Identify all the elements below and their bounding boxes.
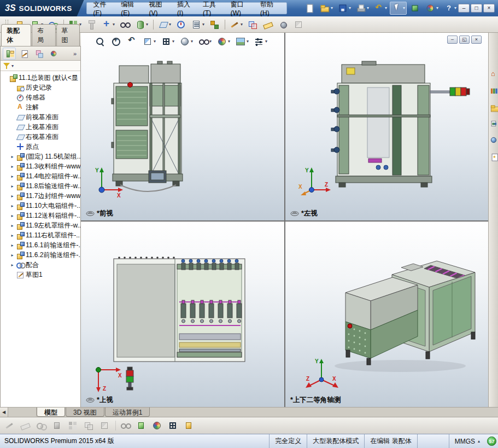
display-style-button[interactable]: [178, 35, 195, 48]
tree-item-rear-conveyor-assembly[interactable]: ▸ 11.8后输送组件-w...: [1, 181, 80, 191]
tree-item-main-ebox-assembly[interactable]: ▸ 11.10大电箱组件-...: [1, 201, 80, 211]
tree-item-origin[interactable]: 原点: [1, 142, 80, 152]
tree-expander[interactable]: ▸: [10, 174, 15, 179]
convert-entities-button[interactable]: [50, 419, 64, 432]
save-button[interactable]: [336, 2, 353, 15]
instant3d-button[interactable]: [181, 419, 196, 432]
units-selector[interactable]: MMGS ▴: [449, 434, 485, 448]
view-palette-tab[interactable]: [488, 118, 498, 129]
exploded-view-button[interactable]: [207, 18, 221, 31]
tree-item-front-conveyor2-assembly[interactable]: ▸ 11.6.2前输送组件-...: [1, 250, 80, 260]
bill-of-materials-button[interactable]: [189, 18, 206, 31]
minimize-button[interactable]: –: [458, 4, 470, 13]
tab-scroll-left-button[interactable]: ◀: [0, 408, 8, 417]
section-properties-button[interactable]: [291, 18, 306, 31]
tree-item-sensors[interactable]: 传感器: [1, 92, 80, 102]
options-button[interactable]: [423, 2, 440, 15]
display-relations-button[interactable]: [118, 419, 132, 432]
measure-button[interactable]: [261, 18, 275, 31]
tree-expander[interactable]: ▸: [10, 253, 15, 258]
viewport-front[interactable]: Y X *前视: [81, 33, 284, 220]
viewport-splitter-horizontal[interactable]: [81, 220, 488, 222]
smart-fasteners-button[interactable]: [84, 18, 98, 31]
viewport-splitter-vertical[interactable]: [284, 33, 285, 407]
previous-view-button[interactable]: [125, 35, 139, 48]
tree-item-front-conveyor1-assembly[interactable]: ▸ 11.6.1前输送组件-...: [1, 240, 80, 250]
model-tab[interactable]: 运动算例1: [105, 408, 150, 417]
tree-expander[interactable]: ▸: [10, 233, 15, 238]
zoom-fit-button[interactable]: [93, 35, 107, 48]
tree-item-mates[interactable]: ▸ 配合: [1, 260, 80, 270]
tree-expander[interactable]: ▸: [10, 184, 15, 189]
appearances-scenes-tab[interactable]: [488, 135, 498, 146]
commandmanager-tab[interactable]: 布局: [32, 24, 55, 46]
tree-expander[interactable]: ▸: [10, 263, 15, 267]
tree-item-annotations[interactable]: 注解: [1, 102, 80, 112]
edit-appearance-button[interactable]: [215, 35, 232, 48]
file-explorer-tab[interactable]: [488, 102, 498, 113]
move-component-button[interactable]: [99, 18, 116, 31]
edit-appearance-bottom-button[interactable]: [150, 419, 164, 432]
configurationmanager-tab[interactable]: [32, 48, 45, 60]
show-hidden-components-button[interactable]: [118, 18, 132, 31]
open-document-button[interactable]: [318, 2, 335, 15]
menu-item[interactable]: 编辑(E): [116, 0, 144, 18]
tree-item-front-plane[interactable]: 前视基准面: [1, 112, 80, 122]
viewport-top[interactable]: X Z *上视: [81, 222, 284, 407]
interference-detection-button[interactable]: [245, 18, 260, 31]
tree-item-top-plane[interactable]: 上视基准面: [1, 122, 80, 132]
model-tab[interactable]: 模型: [37, 408, 65, 417]
tree-expander[interactable]: ▸: [10, 223, 15, 228]
tree-item-sketch1[interactable]: 草图1: [1, 270, 80, 280]
featuremanager-tree-tab[interactable]: [3, 48, 16, 60]
panel-overflow-chevron[interactable]: »: [72, 50, 78, 57]
offset-entities-button[interactable]: [66, 419, 80, 432]
isolate-button[interactable]: [134, 419, 148, 432]
mass-properties-button[interactable]: [276, 18, 290, 31]
tree-item-right-cover-assembly[interactable]: ▸ 11.11右机罩组件-...: [1, 230, 80, 240]
undo-button[interactable]: [372, 2, 389, 15]
menu-item[interactable]: 窗口(W): [226, 0, 256, 18]
print-button[interactable]: [354, 2, 371, 15]
explode-line-sketch-button[interactable]: [227, 18, 244, 31]
menu-item[interactable]: 文件(F): [89, 0, 117, 18]
maximize-button[interactable]: □: [471, 4, 482, 13]
tree-expander[interactable]: ▸: [10, 194, 15, 199]
menu-item[interactable]: 工具(T): [198, 0, 226, 18]
solidworks-resources-tab[interactable]: [488, 69, 498, 80]
tree-expander[interactable]: ▸: [10, 213, 15, 218]
view-settings-button[interactable]: [252, 35, 269, 48]
propertymanager-tab[interactable]: [17, 48, 31, 60]
mirror-entities-button[interactable]: [97, 419, 112, 432]
tree-expander[interactable]: ▸: [10, 164, 15, 169]
displaymanager-tab[interactable]: [47, 48, 60, 60]
trim-entities-button[interactable]: [81, 419, 96, 432]
document-minimize-button[interactable]: –: [447, 36, 458, 44]
commandmanager-tab[interactable]: 草图: [56, 24, 80, 46]
commandmanager-tab[interactable]: 装配体: [1, 24, 31, 46]
hide-show-items-button[interactable]: [196, 35, 213, 48]
apply-scene-button[interactable]: [233, 35, 250, 48]
custom-properties-tab[interactable]: [488, 151, 498, 162]
document-restore-button[interactable]: ◱: [459, 36, 470, 44]
tree-item-frame-assembly[interactable]: ▸ (固定) 11.5机架组...: [1, 152, 80, 161]
document-close-button[interactable]: ×: [471, 36, 482, 44]
tree-item-history[interactable]: 历史记录: [1, 83, 80, 92]
menu-item[interactable]: 插入(I): [173, 0, 198, 18]
reference-geometry-button[interactable]: [156, 18, 173, 31]
new-document-button[interactable]: [302, 2, 317, 15]
smart-dimension-button[interactable]: [18, 419, 32, 432]
tree-item-left-cover-assembly[interactable]: ▸ 11.9左机罩组件-w...: [1, 220, 80, 230]
tree-expander[interactable]: ▸: [10, 203, 15, 208]
help-button[interactable]: [441, 2, 458, 15]
filter-funnel-icon[interactable]: [3, 62, 10, 69]
tree-expander[interactable]: ▸: [10, 243, 15, 248]
tree-item-root[interactable]: 11.1总装图 (默认<显: [1, 73, 80, 83]
menu-item[interactable]: 帮助(H): [256, 0, 284, 18]
view-orientation-button[interactable]: [159, 35, 176, 48]
sketch-button[interactable]: [2, 419, 16, 432]
viewport-left[interactable]: Y Z X *左视: [285, 33, 488, 220]
assembly-features-button[interactable]: [133, 18, 150, 31]
tree-item-right-plane[interactable]: 右视基准面: [1, 132, 80, 142]
rebuild-button[interactable]: [408, 2, 422, 15]
